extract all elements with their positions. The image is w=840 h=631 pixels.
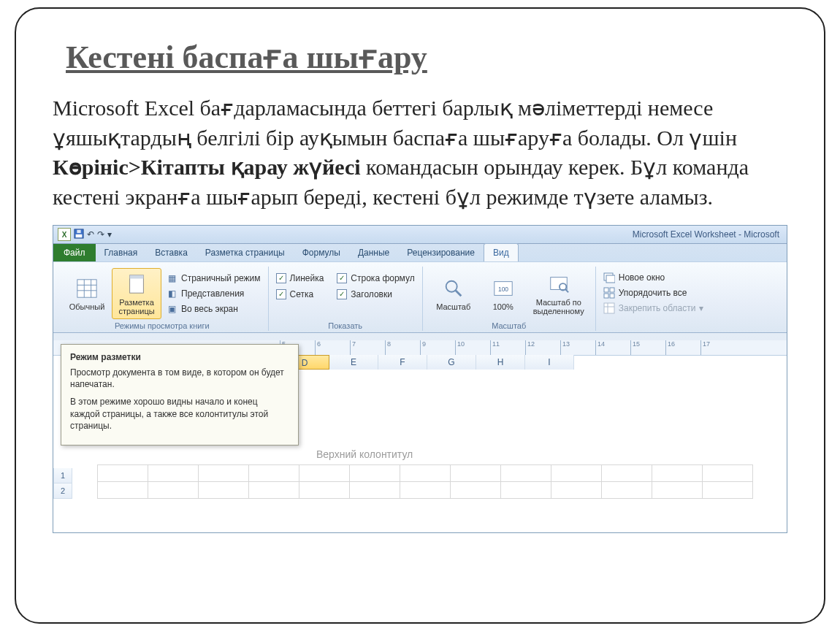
tooltip-line2: В этом режиме хорошо видны начало и коне…	[70, 396, 289, 432]
normal-view-icon	[75, 276, 99, 301]
ruler-tick: 11	[490, 340, 500, 355]
zoom-100-button[interactable]: 100 100%	[478, 268, 528, 319]
group-workbook-views: Обычный Разметка страницы ▦ Страничный р	[56, 267, 269, 331]
svg-rect-23	[604, 303, 614, 313]
custom-views-button[interactable]: ◧ Представления	[164, 287, 262, 300]
custom-views-icon: ◧	[166, 288, 177, 299]
ruler-tick: 7	[350, 340, 356, 355]
freeze-panes-button[interactable]: Закрепить области ▾	[602, 302, 706, 315]
page-layout-button[interactable]: Разметка страницы	[112, 268, 161, 319]
column-header-h[interactable]: H	[476, 355, 525, 370]
ruler-tick: 13	[560, 340, 570, 355]
svg-rect-9	[130, 275, 144, 279]
column-header-i[interactable]: I	[525, 355, 574, 370]
svg-rect-22	[610, 294, 614, 298]
group-window: Новое окно Упорядочить все	[596, 267, 711, 331]
svg-rect-19	[604, 288, 608, 292]
ruler-tick: 15	[630, 340, 640, 355]
ruler-tick: 14	[595, 340, 605, 355]
zoom-icon	[441, 276, 466, 301]
formula-bar-checkbox[interactable]: ✓Строка формул	[335, 272, 416, 284]
normal-view-button[interactable]: Обычный	[62, 268, 112, 319]
excel-screenshot: X ↶ ↷ ▾ Microsoft Excel Worksheet - Micr…	[53, 225, 787, 533]
zoom-selection-button[interactable]: Масштаб по выделенному	[528, 268, 589, 319]
tab-review[interactable]: Рецензирование	[398, 244, 484, 261]
ruler-tick: 8	[385, 340, 391, 355]
qat-dropdown-icon[interactable]: ▾	[107, 229, 112, 240]
cell-grid	[97, 464, 753, 499]
column-header-e[interactable]: E	[329, 355, 378, 370]
svg-rect-21	[604, 294, 608, 298]
fullscreen-icon: ▣	[166, 303, 177, 315]
tooltip-title: Режим разметки	[70, 352, 289, 362]
zoom-selection-icon	[546, 272, 571, 297]
tab-page-layout[interactable]: Разметка страницы	[196, 244, 294, 261]
group-show: ✓Линейка ✓Сетка ✓Строка формул ✓Заголовк…	[269, 267, 423, 331]
row-header-2[interactable]: 2	[53, 483, 72, 499]
svg-rect-2	[77, 229, 80, 232]
new-window-icon	[603, 272, 615, 283]
body-text: Microsoft Excel бағдарламасында беттегі …	[53, 93, 787, 212]
tab-view[interactable]: Вид	[484, 243, 519, 261]
quick-access-toolbar: X ↶ ↷ ▾	[53, 228, 116, 241]
file-tab[interactable]: Файл	[53, 244, 96, 261]
svg-rect-20	[610, 288, 614, 292]
excel-app-icon: X	[58, 228, 71, 241]
group-label-show: Показать	[275, 319, 416, 331]
ribbon: Обычный Разметка страницы ▦ Страничный р	[53, 261, 787, 333]
zoom-button[interactable]: Масштаб	[429, 268, 478, 319]
ruler-tick: 9	[420, 340, 426, 355]
ruler-checkbox[interactable]: ✓Линейка	[275, 272, 326, 284]
arrange-all-button[interactable]: Упорядочить все	[602, 286, 706, 299]
row-header-1[interactable]: 1	[53, 468, 72, 483]
svg-rect-18	[606, 275, 615, 283]
tab-home[interactable]: Главная	[96, 244, 147, 261]
arrange-all-icon	[603, 287, 615, 299]
tab-insert[interactable]: Вставка	[146, 244, 196, 261]
save-icon[interactable]	[74, 229, 84, 241]
column-header-g[interactable]: G	[427, 355, 476, 370]
headings-checkbox[interactable]: ✓Заголовки	[335, 288, 416, 300]
ruler-tick: 17	[700, 340, 710, 355]
ruler-tick: 6	[315, 340, 321, 355]
gridlines-checkbox[interactable]: ✓Сетка	[275, 288, 326, 300]
freeze-panes-icon	[603, 302, 615, 314]
zoom-100-icon: 100	[491, 276, 516, 301]
tab-data[interactable]: Данные	[349, 244, 398, 261]
column-header-f[interactable]: F	[378, 355, 427, 370]
page-break-icon: ▦	[166, 272, 177, 284]
group-zoom: Масштаб 100 100% Масштаб по	[423, 267, 596, 331]
group-label-zoom: Масштаб	[429, 319, 589, 331]
fullscreen-button[interactable]: ▣ Во весь экран	[164, 302, 262, 316]
svg-text:100: 100	[498, 286, 508, 293]
svg-line-11	[456, 291, 462, 297]
tab-formulas[interactable]: Формулы	[294, 244, 349, 261]
svg-rect-1	[76, 234, 83, 237]
group-label-views: Режимы просмотра книги	[62, 319, 262, 331]
page-break-view-button[interactable]: ▦ Страничный режим	[164, 272, 262, 285]
new-window-button[interactable]: Новое окно	[602, 271, 706, 284]
row-headers: 1 2	[53, 468, 71, 499]
redo-icon[interactable]: ↷	[97, 229, 104, 240]
tooltip-page-layout: Режим разметки Просмотр документа в том …	[61, 344, 299, 445]
slide-title: Кестені баспаға шығару	[66, 38, 787, 76]
slide-frame: Кестені баспаға шығару Microsoft Excel б…	[15, 7, 825, 624]
window-title: Microsoft Excel Worksheet - Microsoft	[116, 229, 787, 240]
ruler-tick: 10	[455, 340, 465, 355]
ribbon-tabs: Файл Главная Вставка Разметка страницы Ф…	[53, 244, 787, 261]
svg-point-10	[446, 281, 457, 292]
svg-rect-3	[77, 280, 96, 297]
undo-icon[interactable]: ↶	[87, 229, 94, 240]
page-layout-icon	[124, 272, 149, 297]
header-placeholder[interactable]: Верхний колонтитул	[316, 448, 413, 460]
ruler-tick: 16	[665, 340, 675, 355]
ruler-tick: 12	[525, 340, 535, 355]
titlebar: X ↶ ↷ ▾ Microsoft Excel Worksheet - Micr…	[53, 226, 787, 243]
tooltip-line1: Просмотр документа в том виде, в котором…	[70, 367, 289, 390]
